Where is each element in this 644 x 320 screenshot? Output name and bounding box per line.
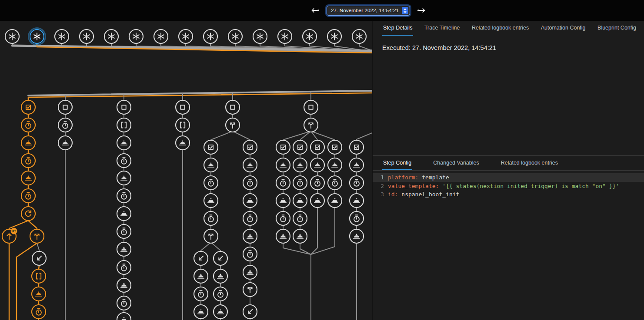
graph-node-service[interactable] xyxy=(117,207,131,221)
graph-node-service[interactable] xyxy=(276,158,290,172)
graph-node-arrow-dl[interactable] xyxy=(32,251,46,265)
graph-node-split[interactable] xyxy=(226,118,240,132)
graph-node-service[interactable] xyxy=(117,171,131,185)
run-select[interactable]: 27. November 2022, 14:54:21 xyxy=(327,6,410,16)
graph-node-timer[interactable] xyxy=(21,189,35,203)
graph-node-timer[interactable] xyxy=(293,211,307,225)
tab-related-logbook-entries[interactable]: Related logbook entries xyxy=(471,21,530,36)
graph-node-square[interactable] xyxy=(58,100,72,114)
graph-node-split[interactable] xyxy=(243,283,257,297)
graph-node-asterisk[interactable] xyxy=(303,30,317,43)
next-run-button[interactable] xyxy=(416,5,427,16)
graph-node-timer[interactable] xyxy=(350,211,364,225)
graph-node-timer[interactable] xyxy=(243,247,257,261)
graph-node-brackets[interactable] xyxy=(117,118,131,132)
graph-node-service[interactable] xyxy=(350,229,364,243)
graph-node-asterisk[interactable] xyxy=(129,30,143,43)
graph-node-service[interactable] xyxy=(276,229,290,243)
graph-node-brackets[interactable] xyxy=(32,269,46,283)
tab-trace-timeline[interactable]: Trace Timeline xyxy=(424,21,461,36)
graph-node-service[interactable] xyxy=(194,269,208,283)
graph-node-timer[interactable] xyxy=(21,154,35,168)
graph-node-asterisk[interactable] xyxy=(5,30,19,43)
graph-node-service[interactable] xyxy=(58,136,72,150)
graph-node-asterisk[interactable] xyxy=(104,30,118,43)
graph-node-service[interactable] xyxy=(310,158,324,172)
graph-node-service[interactable] xyxy=(243,158,257,172)
graph-node-timer[interactable] xyxy=(117,296,131,310)
graph-node-timer[interactable] xyxy=(243,211,257,225)
graph-node-split[interactable] xyxy=(30,229,44,243)
graph-node-service[interactable] xyxy=(350,194,364,208)
graph-node-asterisk[interactable] xyxy=(327,30,341,43)
graph-node-cond[interactable] xyxy=(276,140,290,154)
graph-node-service[interactable] xyxy=(117,278,131,292)
graph-node-cond[interactable] xyxy=(21,100,35,114)
graph-node-service[interactable] xyxy=(293,194,307,208)
graph-node-timer[interactable] xyxy=(328,176,342,190)
graph-node-arrow-dl[interactable] xyxy=(243,305,257,319)
graph-node-asterisk[interactable] xyxy=(228,30,242,43)
graph-node-timer[interactable] xyxy=(194,287,208,301)
graph-node-cond[interactable] xyxy=(328,140,342,154)
graph-node-cond[interactable] xyxy=(243,140,257,154)
graph-node-square[interactable] xyxy=(226,100,240,114)
graph-node-timer[interactable] xyxy=(204,211,218,225)
graph-node-service[interactable] xyxy=(117,242,131,256)
graph-node-asterisk[interactable] xyxy=(204,30,217,43)
graph-node-timer[interactable] xyxy=(58,118,72,132)
graph-node-service[interactable] xyxy=(293,229,307,243)
graph-node-asterisk[interactable] xyxy=(278,30,292,43)
graph-node-timer[interactable] xyxy=(204,176,218,190)
graph-node-service[interactable] xyxy=(194,305,208,319)
graph-node-service[interactable] xyxy=(293,158,307,172)
graph-node-arrow-dl[interactable] xyxy=(194,251,208,265)
graph-node-cond[interactable] xyxy=(204,140,218,154)
graph-node-timer[interactable] xyxy=(310,176,324,190)
graph-node-timer[interactable] xyxy=(21,118,35,132)
graph-node-service[interactable] xyxy=(243,229,257,243)
graph-node-cond[interactable] xyxy=(310,140,324,154)
graph-node-service[interactable] xyxy=(176,136,190,150)
graph-node-timer[interactable] xyxy=(117,154,131,168)
graph-node-service[interactable] xyxy=(21,171,35,185)
graph-node-asterisk[interactable] xyxy=(253,30,267,43)
trace-graph[interactable]: 9+ xyxy=(0,21,372,320)
graph-node-service[interactable] xyxy=(243,194,257,208)
graph-node-service[interactable] xyxy=(276,194,290,208)
graph-node-cond[interactable] xyxy=(350,140,364,154)
graph-node-split[interactable] xyxy=(304,118,318,132)
graph-node-timer[interactable] xyxy=(117,261,131,274)
graph-node-service[interactable] xyxy=(21,136,35,150)
graph-node-asterisk[interactable] xyxy=(80,30,93,43)
tab-automation-config[interactable]: Automation Config xyxy=(540,21,587,36)
graph-node-repeat[interactable] xyxy=(21,207,35,221)
graph-node-service[interactable] xyxy=(243,265,257,279)
graph-node-service[interactable] xyxy=(32,287,46,301)
graph-node-service[interactable] xyxy=(117,136,131,150)
graph-node-asterisk[interactable] xyxy=(154,30,168,43)
graph-node-arrow-dl[interactable] xyxy=(214,251,227,265)
graph-node-asterisk[interactable] xyxy=(179,30,193,43)
graph-node-timer[interactable] xyxy=(243,176,257,190)
graph-node-timer[interactable] xyxy=(214,287,227,301)
graph-node-service[interactable] xyxy=(214,305,227,319)
graph-node-service[interactable] xyxy=(214,269,227,283)
previous-run-button[interactable] xyxy=(310,5,321,16)
graph-node-service[interactable] xyxy=(117,313,131,320)
graph-node-timer[interactable] xyxy=(293,176,307,190)
tab-step-config[interactable]: Step Config xyxy=(382,156,412,170)
graph-node-service[interactable] xyxy=(350,158,364,172)
graph-node-service[interactable] xyxy=(328,158,342,172)
graph-node-timer[interactable] xyxy=(32,305,46,319)
tab-blueprint-config[interactable]: Blueprint Config xyxy=(597,21,637,36)
graph-node-timer[interactable] xyxy=(117,224,131,238)
graph-node-asterisk[interactable] xyxy=(29,28,46,45)
tab-related-logbook-entries[interactable]: Related logbook entries xyxy=(500,156,559,170)
tab-changed-variables[interactable]: Changed Variables xyxy=(432,156,480,170)
yaml-editor[interactable]: 1platform: template2value_template: '{{ … xyxy=(373,173,644,199)
graph-node-square[interactable] xyxy=(117,100,131,114)
graph-node-service[interactable] xyxy=(310,194,324,208)
graph-node-timer[interactable] xyxy=(117,189,131,203)
graph-node-cond[interactable] xyxy=(293,140,307,154)
